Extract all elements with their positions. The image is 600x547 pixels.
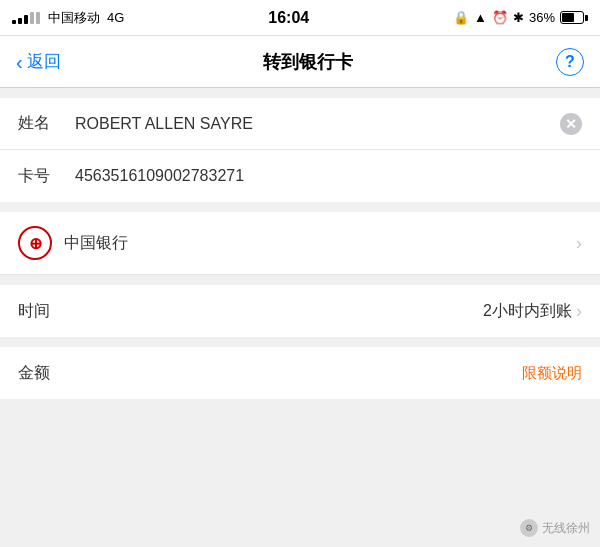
battery-percent: 36% (529, 10, 555, 25)
carrier-label: 中国移动 (48, 9, 100, 27)
bank-chevron-icon: › (576, 233, 582, 254)
bank-logo-icon: ⊕ (18, 226, 52, 260)
amount-row: 金额 限额说明 (0, 347, 600, 399)
amount-label: 金额 (18, 363, 522, 384)
bank-row[interactable]: ⊕ 中国银行 › (0, 212, 600, 275)
card-label: 卡号 (18, 166, 63, 187)
location-icon: ▲ (474, 10, 487, 25)
amount-card-section: 金额 限额说明 (0, 347, 600, 399)
time-row[interactable]: 时间 2小时内到账 › (0, 285, 600, 337)
watermark-icon: ⚙ (520, 519, 538, 537)
lock-icon: 🔒 (453, 10, 469, 25)
time-value: 2小时内到账 (483, 301, 572, 322)
name-clear-button[interactable]: ✕ (560, 113, 582, 135)
help-label: ? (565, 53, 575, 71)
name-row: 姓名 ROBERT ALLEN SAYRE ✕ (0, 98, 600, 150)
status-left: 中国移动 4G (12, 9, 124, 27)
time-card-section: 时间 2小时内到账 › (0, 285, 600, 337)
bank-name-label: 中国银行 (64, 233, 576, 254)
clock: 16:04 (268, 9, 309, 27)
name-value: ROBERT ALLEN SAYRE (75, 115, 560, 133)
status-right: 🔒 ▲ ⏰ ✱ 36% (453, 10, 588, 25)
time-label: 时间 (18, 301, 483, 322)
back-label: 返回 (27, 50, 61, 73)
amount-limit-link[interactable]: 限额说明 (522, 364, 582, 383)
card-number-row: 卡号 4563516109002783271 (0, 150, 600, 202)
bluetooth-icon: ✱ (513, 10, 524, 25)
status-bar: 中国移动 4G 16:04 🔒 ▲ ⏰ ✱ 36% (0, 0, 600, 36)
back-chevron-icon: ‹ (16, 52, 23, 72)
time-chevron-icon: › (576, 301, 582, 322)
watermark: ⚙ 无线徐州 (520, 519, 590, 537)
network-label: 4G (107, 10, 124, 25)
alarm-icon: ⏰ (492, 10, 508, 25)
content-area: 姓名 ROBERT ALLEN SAYRE ✕ 卡号 4563516109002… (0, 98, 600, 399)
help-button[interactable]: ? (556, 48, 584, 76)
back-button[interactable]: ‹ 返回 (16, 50, 61, 73)
page-title: 转到银行卡 (263, 50, 353, 74)
battery-icon (560, 11, 588, 24)
watermark-text: 无线徐州 (542, 520, 590, 537)
name-label: 姓名 (18, 113, 63, 134)
card-value: 4563516109002783271 (75, 167, 582, 185)
nav-bar: ‹ 返回 转到银行卡 ? (0, 36, 600, 88)
name-card-section: 姓名 ROBERT ALLEN SAYRE ✕ 卡号 4563516109002… (0, 98, 600, 202)
signal-icon (12, 12, 40, 24)
bank-card-section: ⊕ 中国银行 › (0, 212, 600, 275)
